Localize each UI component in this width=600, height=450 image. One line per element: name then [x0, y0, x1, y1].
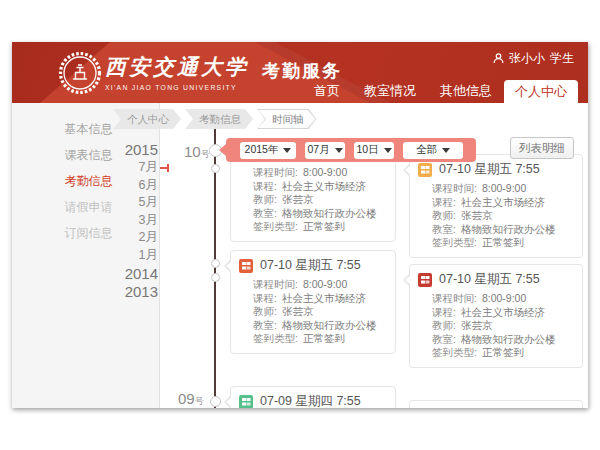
timeline-dot — [211, 259, 220, 268]
card-detail-row: 课程:社会主义市场经济 — [432, 306, 574, 320]
university-name-cn: 西安交通大学 — [105, 53, 249, 81]
month-dropdown-value: 07月 — [307, 143, 329, 157]
card-detail-row: 课程时间:8:00-9:00 — [432, 182, 574, 196]
chevron-down-icon — [335, 148, 343, 153]
card-detail-row: 课程时间:8:00-9:00 — [253, 166, 387, 180]
university-logo-icon — [58, 51, 102, 95]
year-dropdown[interactable]: 2015年 — [240, 142, 296, 159]
card-arrow — [403, 273, 410, 287]
card-detail-row: 教师:张芸京 — [253, 193, 387, 207]
type-dropdown-value: 全部 — [416, 143, 437, 157]
user-role: 学生 — [550, 50, 574, 67]
timeline-dot — [211, 273, 220, 282]
calendar-icon — [239, 395, 253, 409]
card-arrow — [403, 163, 410, 177]
card-detail-row: 签到类型:正常签到 — [253, 220, 387, 234]
card-arrow — [224, 259, 231, 273]
card-detail-row: 课程时间:8:00-9:00 — [253, 278, 387, 292]
timeline-entry-jan[interactable]: 1月 — [104, 247, 158, 265]
user-name: 张小小 — [509, 50, 545, 67]
app-header: 西安交通大学 XI'AN JIAO TONG UNIVERSITY 考勤服务 张… — [12, 42, 588, 103]
breadcrumb-personal-center[interactable]: 个人中心 — [113, 109, 181, 129]
day-dropdown[interactable]: 10日 — [354, 142, 394, 159]
card-detail-row: 教师:张芸京 — [432, 209, 574, 223]
card-details: 课程时间:8:00-9:00课程:社会主义市场经济教师:张芸京教室:格物致知行政… — [231, 163, 395, 241]
card-header: 07-10 星期五 7:55 — [410, 265, 582, 289]
type-dropdown[interactable]: 全部 — [403, 142, 463, 159]
day-label-09: 09号 — [178, 390, 204, 408]
timeline-entry-may[interactable]: 5月 — [104, 194, 158, 212]
attendance-card: 07-10 星期五 7:55 课程时间:8:00-9:00课程:社会主义市场经济… — [409, 264, 583, 368]
card-detail-row: 签到类型:正常签到 — [253, 332, 387, 346]
breadcrumb-attendance[interactable]: 考勤信息 — [185, 109, 253, 129]
nav-home[interactable]: 首页 — [302, 79, 352, 103]
screenshot-canvas: 西安交通大学 XI'AN JIAO TONG UNIVERSITY 考勤服务 张… — [0, 0, 600, 450]
nav-other-info[interactable]: 其他信息 — [428, 79, 504, 103]
timeline-entry-mar[interactable]: 3月 — [104, 212, 158, 230]
card-date: 07-10 星期五 7:55 — [439, 271, 540, 288]
card-details: 课程时间:8:00-9:00课程:社会主义市场经济教师:张芸京教室:格物致知行政… — [410, 179, 582, 257]
user-info[interactable]: 张小小 学生 — [493, 50, 574, 67]
timeline-entry-feb[interactable]: 2月 — [104, 229, 158, 247]
timeline-year-month-list: 2015 7月 6月 5月 3月 2月 1月 2014 2013 — [104, 141, 158, 301]
card-date: 07-09 星期四 7:55 — [260, 393, 361, 408]
calendar-icon — [239, 259, 253, 273]
card-details: 课程时间:8:00-9:00课程:社会主义市场经济教师:张芸京教室:格物致知行政… — [410, 289, 582, 367]
user-icon — [493, 53, 504, 64]
app-window: 西安交通大学 XI'AN JIAO TONG UNIVERSITY 考勤服务 张… — [12, 42, 588, 408]
card-detail-row: 教师:张芸京 — [432, 319, 574, 333]
attendance-card: 07-10 星期五 7:55 课程时间:8:00-9:00课程:社会主义市场经济… — [409, 154, 583, 258]
chevron-down-icon — [283, 148, 291, 153]
breadcrumb-timeline-label: 时间轴 — [258, 110, 316, 128]
attendance-card-partial — [409, 400, 583, 408]
university-name-en: XI'AN JIAO TONG UNIVERSITY — [105, 84, 249, 91]
date-filter-bubble: 2015年 07月 10日 全部 — [226, 138, 476, 162]
timeline-dot — [210, 396, 221, 407]
calendar-icon — [418, 163, 432, 177]
timeline-entry-2015[interactable]: 2015 — [104, 141, 158, 159]
calendar-icon — [418, 273, 432, 287]
card-date: 07-10 星期五 7:55 — [439, 161, 540, 178]
attendance-card: 07-10 星期五 7:55 课程时间:8:00-9:00课程:社会主义市场经济… — [230, 250, 396, 354]
card-detail-row: 教室:格物致知行政办公楼 — [432, 333, 574, 347]
chevron-down-icon — [442, 148, 450, 153]
card-detail-row: 教室:格物致知行政办公楼 — [432, 223, 574, 237]
year-dropdown-value: 2015年 — [245, 143, 279, 157]
card-detail-row: 课程:社会主义市场经济 — [253, 292, 387, 306]
card-detail-row: 教师:张芸京 — [253, 305, 387, 319]
card-detail-row: 教室:格物致知行政办公楼 — [253, 207, 387, 221]
breadcrumb-timeline-active[interactable]: 时间轴 — [257, 109, 317, 129]
timeline-entry-jun[interactable]: 6月 — [104, 177, 158, 195]
card-detail-row: 教室:格物致知行政办公楼 — [253, 319, 387, 333]
timeline-entry-2013[interactable]: 2013 — [104, 283, 158, 301]
card-header: 07-10 星期五 7:55 — [231, 251, 395, 275]
day-dropdown-value: 10日 — [356, 143, 378, 157]
current-month-marker — [160, 167, 169, 169]
card-detail-row: 签到类型:正常签到 — [432, 236, 574, 250]
university-name-block: 西安交通大学 XI'AN JIAO TONG UNIVERSITY — [105, 53, 249, 91]
breadcrumb: 个人中心 考勤信息 时间轴 — [113, 109, 317, 129]
card-detail-row: 签到类型:正常签到 — [432, 346, 574, 360]
nav-classrooms[interactable]: 教室情况 — [352, 79, 428, 103]
top-nav: 首页 教室情况 其他信息 个人中心 — [302, 79, 578, 103]
card-detail-row: 课程时间:8:00-9:00 — [432, 292, 574, 306]
card-detail-row: 课程:社会主义市场经济 — [432, 196, 574, 210]
month-dropdown[interactable]: 07月 — [305, 142, 345, 159]
card-details: 课程时间:8:00-9:00课程:社会主义市场经济教师:张芸京教室:格物致知行政… — [231, 275, 395, 353]
card-date: 07-10 星期五 7:55 — [260, 257, 361, 274]
attendance-card: 07-09 星期四 7:55 — [230, 386, 396, 408]
card-detail-row: 课程:社会主义市场经济 — [253, 180, 387, 194]
timeline-entry-2014[interactable]: 2014 — [104, 265, 158, 283]
list-detail-button[interactable]: 列表明细 — [510, 137, 574, 159]
timeline-entry-jul[interactable]: 7月 — [104, 159, 158, 177]
chevron-down-icon — [384, 148, 392, 153]
card-header: 07-09 星期四 7:55 — [231, 387, 395, 408]
nav-personal-center[interactable]: 个人中心 — [504, 80, 578, 103]
timeline-dot — [211, 164, 220, 173]
card-arrow — [224, 395, 231, 408]
day-label-10: 10号 — [184, 143, 210, 161]
